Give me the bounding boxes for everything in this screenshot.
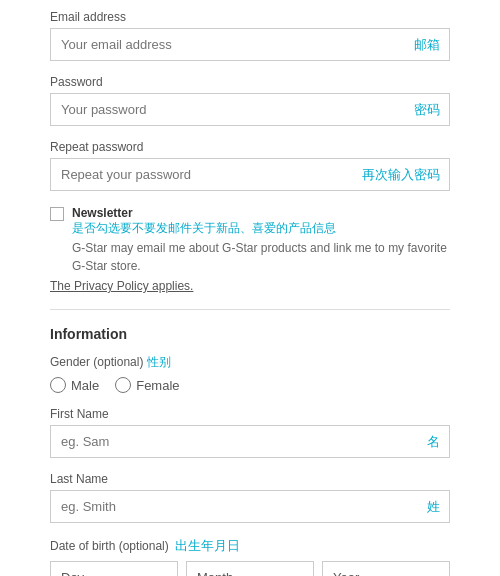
gender-female-option[interactable]: Female	[115, 377, 179, 393]
dob-month-wrapper: Month ▼	[186, 561, 314, 576]
dob-year-select[interactable]: Year	[322, 561, 450, 576]
password-input-wrapper: 密码	[50, 93, 450, 126]
last-name-input[interactable]	[50, 490, 450, 523]
last-name-field-group: Last Name 姓	[50, 472, 450, 523]
gender-field-group: Gender (optional)性别 Male Female	[50, 354, 450, 393]
gender-annotation: 性别	[147, 355, 171, 369]
newsletter-title: Newsletter	[72, 206, 133, 220]
first-name-label: First Name	[50, 407, 450, 421]
dob-field-group: Date of birth (optional) 出生年月日 Day ▼ Mon…	[50, 537, 450, 576]
dob-annotation: 出生年月日	[175, 537, 240, 555]
information-section: Information Gender (optional)性别 Male Fem…	[50, 326, 450, 576]
dob-label-row: Date of birth (optional) 出生年月日	[50, 537, 450, 555]
section-divider	[50, 309, 450, 310]
dob-year-wrapper: Year ▼	[322, 561, 450, 576]
gender-female-radio[interactable]	[115, 377, 131, 393]
repeat-password-input-wrapper: 再次输入密码	[50, 158, 450, 191]
newsletter-label-block: Newsletter 是否勾选要不要发邮件关于新品、喜爱的产品信息 G-Star…	[72, 205, 450, 275]
email-input[interactable]	[50, 28, 450, 61]
newsletter-section: Newsletter 是否勾选要不要发邮件关于新品、喜爱的产品信息 G-Star…	[50, 205, 450, 293]
gender-radio-group: Male Female	[50, 377, 450, 393]
email-field-group: Email address 邮箱	[50, 10, 450, 61]
gender-male-label: Male	[71, 378, 99, 393]
dob-row: Day ▼ Month ▼ Year ▼	[50, 561, 450, 576]
gender-male-radio[interactable]	[50, 377, 66, 393]
information-title: Information	[50, 326, 450, 342]
newsletter-annotation: 是否勾选要不要发邮件关于新品、喜爱的产品信息	[72, 220, 450, 237]
privacy-policy-link[interactable]: The Privacy Policy applies.	[50, 279, 450, 293]
repeat-password-input[interactable]	[50, 158, 450, 191]
email-input-wrapper: 邮箱	[50, 28, 450, 61]
last-name-input-wrapper: 姓	[50, 490, 450, 523]
first-name-input-wrapper: 名	[50, 425, 450, 458]
email-label: Email address	[50, 10, 450, 24]
repeat-password-label: Repeat password	[50, 140, 450, 154]
dob-month-select[interactable]: Month	[186, 561, 314, 576]
password-label: Password	[50, 75, 450, 89]
repeat-password-field-group: Repeat password 再次输入密码	[50, 140, 450, 191]
dob-day-wrapper: Day ▼	[50, 561, 178, 576]
gender-female-label: Female	[136, 378, 179, 393]
dob-label: Date of birth (optional)	[50, 539, 169, 553]
first-name-input[interactable]	[50, 425, 450, 458]
gender-label: Gender (optional)性别	[50, 354, 450, 371]
last-name-label: Last Name	[50, 472, 450, 486]
newsletter-checkbox[interactable]	[50, 207, 64, 221]
gender-male-option[interactable]: Male	[50, 377, 99, 393]
password-input[interactable]	[50, 93, 450, 126]
dob-day-select[interactable]: Day	[50, 561, 178, 576]
newsletter-row: Newsletter 是否勾选要不要发邮件关于新品、喜爱的产品信息 G-Star…	[50, 205, 450, 275]
password-field-group: Password 密码	[50, 75, 450, 126]
newsletter-description: G-Star may email me about G-Star product…	[72, 241, 447, 273]
first-name-field-group: First Name 名	[50, 407, 450, 458]
